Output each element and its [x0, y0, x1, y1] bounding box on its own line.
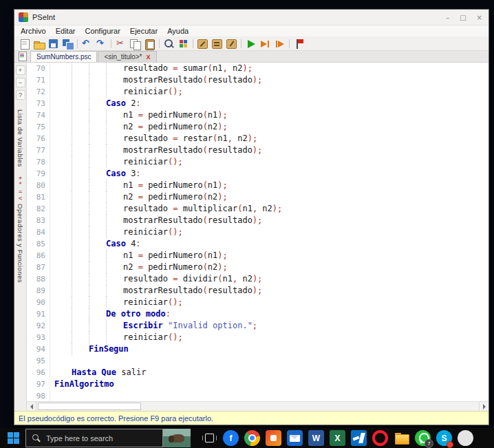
task-view-icon[interactable] — [202, 430, 217, 446]
whatsapp-icon[interactable]: 7 — [415, 430, 431, 446]
partial-app-icon[interactable] — [458, 430, 473, 446]
indent-guide — [106, 273, 123, 285]
code-line[interactable]: 82resultado = multiplicar(n1, n2); — [27, 203, 488, 215]
code-line[interactable]: 78reiniciar(); — [27, 156, 488, 168]
copy-icon[interactable] — [129, 38, 142, 50]
indent-guide — [72, 262, 89, 273]
excel-icon[interactable]: X — [330, 430, 345, 446]
run-icon[interactable] — [244, 38, 257, 50]
code-line[interactable]: 77mostrarResultado(resultado); — [27, 145, 488, 156]
chrome-icon[interactable] — [244, 430, 260, 446]
horizontal-scrollbar[interactable] — [27, 401, 488, 411]
menu-archivo[interactable]: Archivo — [16, 25, 51, 36]
code-line[interactable]: 91De otro modo: — [27, 308, 488, 320]
run-to-icon[interactable] — [273, 38, 286, 50]
close-tab-icon[interactable]: X — [147, 54, 151, 61]
code-editor[interactable]: 70resultado = sumar(n1, n2);71mostrarRes… — [27, 63, 488, 401]
orange-app-icon[interactable] — [266, 430, 281, 446]
tab-sumnumbers[interactable]: SumNumbers.psc — [30, 51, 97, 62]
code-line[interactable]: 95 — [27, 355, 488, 367]
color-grid-icon[interactable] — [177, 38, 190, 50]
brush-tool-icon[interactable] — [211, 38, 224, 50]
code-line[interactable]: 84reiniciar(); — [27, 226, 488, 238]
code-line[interactable]: 76resultado = restar(n1, n2); — [27, 133, 488, 145]
paste-icon[interactable] — [143, 38, 156, 50]
menu-ayuda[interactable]: Ayuda — [162, 25, 193, 36]
code-line[interactable]: 79Caso 3: — [27, 168, 488, 180]
scroll-left-button[interactable] — [27, 402, 36, 411]
code-line[interactable]: 92Escribir "Invalid option."; — [27, 320, 488, 332]
new-file-icon[interactable] — [18, 38, 31, 50]
close-button[interactable]: × — [475, 14, 484, 21]
tab-sin-titulo[interactable]: <sin_titulo>* X — [98, 51, 156, 62]
code-line[interactable]: 74n1 = pedirNumero(n1); — [27, 109, 488, 121]
search-highlight-wildebeest-image[interactable] — [163, 429, 191, 447]
pencil-tool-icon[interactable] — [225, 38, 238, 50]
opera-icon[interactable] — [372, 430, 388, 446]
code-line[interactable]: 83mostrarResultado(resultado); — [27, 215, 488, 226]
file-explorer-icon[interactable] — [394, 430, 409, 446]
vscode-icon[interactable] — [351, 430, 367, 446]
indent-guide — [89, 98, 106, 109]
search-box[interactable]: Type here to search — [25, 429, 163, 447]
code-line[interactable]: 86n1 = pedirNumero(n1); — [27, 250, 488, 262]
code-line[interactable]: 93reiniciar(); — [27, 332, 488, 343]
line-number: 91 — [27, 308, 50, 320]
zoom-out-icon[interactable]: − — [16, 78, 25, 87]
code-token: (); — [168, 157, 183, 167]
code-line[interactable]: 70resultado = sumar(n1, n2); — [27, 63, 488, 74]
toolbar-separator — [289, 39, 290, 48]
indent-guide — [54, 308, 72, 320]
code-line[interactable]: 89mostrarResultado(resultado); — [27, 285, 488, 297]
code-token: = — [138, 110, 148, 120]
code-line[interactable]: 96Hasta Que salir — [27, 367, 488, 378]
notification-badge: 7 — [425, 439, 433, 448]
find-icon[interactable] — [162, 38, 175, 50]
scroll-right-button[interactable] — [479, 402, 488, 411]
code-line[interactable]: 81n2 = pedirNumero(n2); — [27, 191, 488, 203]
start-button[interactable] — [8, 432, 19, 444]
undo-icon[interactable] — [80, 38, 94, 50]
mail-icon[interactable] — [287, 430, 303, 446]
code-token: ( — [217, 274, 222, 284]
wand-tool-icon[interactable] — [196, 38, 209, 50]
menu-configurar[interactable]: Configurar — [80, 25, 125, 36]
code-line[interactable]: 71mostrarResultado(resultado); — [27, 74, 488, 86]
code-token: reiniciar — [123, 87, 168, 96]
zoom-in-icon[interactable]: + — [16, 65, 25, 75]
skype-icon[interactable]: S — [436, 430, 452, 446]
code-line[interactable]: 88resultado = dividir(n1, n2); — [27, 273, 488, 285]
code-line[interactable]: 87n2 = pedirNumero(n2); — [27, 262, 488, 273]
taskbar-icons: fWX7S — [199, 430, 476, 446]
save-as-icon[interactable] — [61, 38, 74, 50]
indent-guide — [89, 238, 106, 250]
code-line[interactable]: 75n2 = pedirNumero(n2); — [27, 121, 488, 133]
stop-flag-icon[interactable] — [292, 38, 305, 50]
code-line[interactable]: 85Caso 4: — [27, 238, 488, 250]
code-line[interactable]: 97FinAlgoritmo — [27, 378, 488, 390]
word-icon[interactable]: W — [308, 430, 324, 446]
menu-editar[interactable]: Editar — [51, 25, 80, 36]
title-bar[interactable]: PSeInt – □ × — [14, 10, 488, 25]
panel-tab-operators[interactable]: +*=<Operadores y Funciones — [17, 174, 24, 283]
code-line[interactable]: 94FinSegun — [27, 343, 488, 355]
code-token: : — [136, 169, 140, 178]
menu-ejecutar[interactable]: Ejecutar — [125, 25, 162, 36]
line-number: 73 — [27, 98, 50, 109]
facebook-icon[interactable]: f — [223, 430, 239, 446]
code-line[interactable]: 90reiniciar(); — [27, 297, 488, 308]
code-line[interactable]: 80n1 = pedirNumero(n1); — [27, 180, 488, 191]
maximize-button[interactable]: □ — [458, 14, 468, 21]
cut-icon[interactable] — [114, 38, 127, 50]
open-file-icon[interactable] — [32, 38, 45, 50]
code-line[interactable]: 72reiniciar(); — [27, 86, 488, 98]
code-line[interactable]: 73Caso 2: — [27, 98, 488, 109]
run-step-icon[interactable] — [259, 38, 272, 50]
panel-tab-variables[interactable]: Lista de Variables — [17, 109, 24, 167]
scroll-thumb[interactable] — [38, 403, 141, 410]
help-icon[interactable]: ? — [16, 90, 25, 100]
redo-icon[interactable] — [95, 38, 108, 50]
code-line[interactable]: 98 — [27, 390, 488, 401]
minimize-button[interactable]: – — [444, 14, 451, 21]
save-icon[interactable] — [47, 38, 60, 50]
